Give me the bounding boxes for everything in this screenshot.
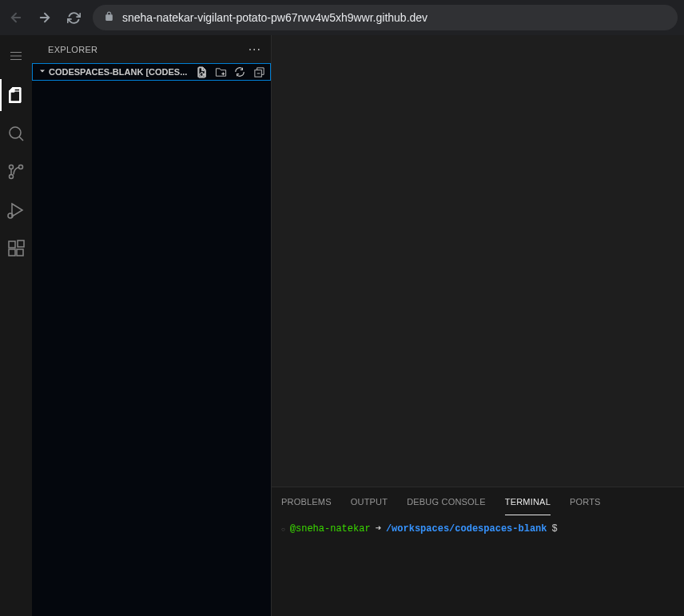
activity-bar [0, 35, 32, 616]
extensions-tab[interactable] [0, 232, 32, 264]
source-control-tab[interactable] [0, 156, 32, 188]
search-tab[interactable] [0, 117, 32, 149]
svg-rect-8 [17, 249, 23, 256]
sidebar-more-actions[interactable]: ··· [249, 42, 261, 57]
refresh-icon[interactable] [233, 66, 246, 78]
back-button[interactable] [6, 8, 26, 27]
terminal-path: /workspaces/codespaces-blank [386, 522, 547, 536]
chevron-down-icon [38, 66, 47, 77]
tab-debug-console[interactable]: DEBUG CONSOLE [407, 494, 486, 510]
svg-point-1 [10, 127, 21, 138]
sidebar-header: EXPLORER ··· [32, 35, 271, 63]
sidebar-title: EXPLORER [48, 45, 97, 54]
terminal-content[interactable]: ○ @sneha-natekar ➜ /workspaces/codespace… [272, 515, 684, 616]
folder-label: CODESPACES-BLANK [CODES... [49, 67, 193, 77]
browser-bar: sneha-natekar-vigilant-potato-pw67rwv4w5… [0, 0, 684, 35]
collapse-all-icon[interactable] [253, 66, 265, 78]
new-file-icon[interactable] [195, 66, 208, 78]
terminal-line: ○ @sneha-natekar ➜ /workspaces/codespace… [281, 522, 674, 536]
forward-button[interactable] [35, 8, 54, 27]
app-container: EXPLORER ··· CODESPACES-BLANK [CODES... [0, 35, 684, 616]
svg-point-3 [10, 175, 14, 179]
terminal-arrow: ➜ [376, 522, 381, 536]
editor-main[interactable] [272, 35, 684, 487]
tab-problems[interactable]: PROBLEMS [281, 494, 332, 510]
folder-actions [195, 66, 265, 78]
panel-tabs: PROBLEMS OUTPUT DEBUG CONSOLE TERMINAL P… [272, 487, 684, 515]
reload-button[interactable] [64, 8, 83, 27]
explorer-section: CODESPACES-BLANK [CODES... [32, 63, 271, 616]
codespace-indicator-icon: ○ [281, 525, 285, 535]
run-debug-tab[interactable] [0, 194, 32, 226]
url-bar[interactable]: sneha-natekar-vigilant-potato-pw67rwv4w5… [93, 5, 678, 30]
menu-button[interactable] [0, 42, 32, 70]
svg-point-4 [10, 165, 14, 169]
new-folder-icon[interactable] [214, 66, 227, 78]
svg-rect-7 [9, 249, 15, 256]
tab-output[interactable]: OUTPUT [351, 494, 388, 510]
url-text: sneha-natekar-vigilant-potato-pw67rwv4w5… [122, 11, 428, 24]
editor-area: PROBLEMS OUTPUT DEBUG CONSOLE TERMINAL P… [272, 35, 684, 616]
svg-rect-6 [9, 241, 15, 248]
folder-header[interactable]: CODESPACES-BLANK [CODES... [32, 63, 271, 81]
svg-rect-9 [18, 240, 24, 247]
lock-icon [104, 11, 114, 24]
panel: PROBLEMS OUTPUT DEBUG CONSOLE TERMINAL P… [272, 487, 684, 616]
terminal-user: @sneha-natekar [290, 522, 371, 536]
svg-rect-0 [10, 91, 20, 102]
tab-ports[interactable]: PORTS [570, 494, 601, 510]
svg-point-2 [19, 165, 23, 169]
sidebar: EXPLORER ··· CODESPACES-BLANK [CODES... [32, 35, 272, 616]
tab-terminal[interactable]: TERMINAL [505, 494, 551, 510]
terminal-prompt: $ [552, 522, 558, 536]
explorer-tab[interactable] [0, 79, 32, 111]
